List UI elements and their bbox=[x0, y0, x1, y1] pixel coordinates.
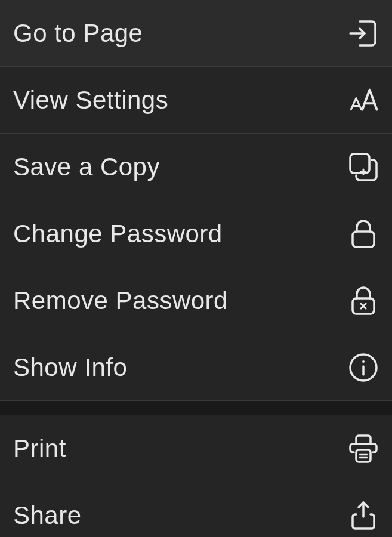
svg-rect-0 bbox=[350, 154, 369, 173]
menu-item-label: Change Password bbox=[13, 220, 223, 248]
menu-item-label: Go to Page bbox=[13, 19, 143, 48]
svg-point-4 bbox=[362, 360, 365, 363]
printer-icon bbox=[348, 433, 379, 464]
menu-item-save-copy[interactable]: Save a Copy bbox=[0, 134, 392, 200]
lock-remove-icon bbox=[348, 285, 379, 316]
menu-item-show-info[interactable]: Show Info bbox=[0, 334, 392, 401]
menu-item-print[interactable]: Print bbox=[0, 415, 392, 482]
menu-item-remove-password[interactable]: Remove Password bbox=[0, 267, 392, 334]
goto-page-icon bbox=[348, 18, 379, 49]
text-size-icon bbox=[348, 85, 379, 116]
menu-item-label: View Settings bbox=[13, 86, 168, 115]
svg-rect-1 bbox=[353, 232, 374, 247]
lock-icon bbox=[348, 218, 379, 249]
menu-item-share[interactable]: Share bbox=[0, 482, 392, 537]
menu-item-label: Save a Copy bbox=[13, 153, 160, 181]
menu-separator bbox=[0, 401, 392, 415]
info-icon bbox=[348, 352, 379, 383]
menu-item-label: Share bbox=[13, 501, 82, 530]
copy-plus-icon bbox=[348, 152, 379, 183]
menu-item-goto-page[interactable]: Go to Page bbox=[0, 0, 392, 67]
menu-list: Go to Page View Settings Save a Copy bbox=[0, 0, 392, 537]
menu-item-change-password[interactable]: Change Password bbox=[0, 200, 392, 267]
menu-item-view-settings[interactable]: View Settings bbox=[0, 67, 392, 134]
menu-item-label: Remove Password bbox=[13, 286, 228, 315]
menu-item-label: Show Info bbox=[13, 353, 127, 382]
menu-item-label: Print bbox=[13, 434, 66, 463]
svg-rect-5 bbox=[356, 450, 371, 462]
share-icon bbox=[348, 500, 379, 531]
